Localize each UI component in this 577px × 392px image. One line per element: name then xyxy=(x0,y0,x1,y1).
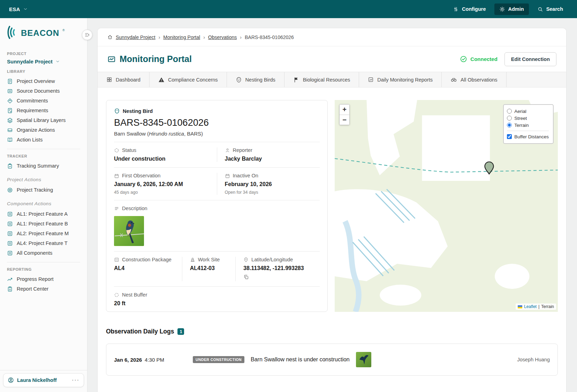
tab-compliance-concerns[interactable]: Compliance Concerns xyxy=(150,72,227,87)
dashboard-icon xyxy=(106,77,112,83)
sidebar-item-al4-feature-t[interactable]: AL4: Project Feature T xyxy=(7,238,80,248)
field-label: Description xyxy=(122,206,147,211)
beacon-logo-icon xyxy=(7,25,18,41)
street-radio[interactable] xyxy=(507,116,512,121)
layer-option-terrain[interactable]: Terrain xyxy=(507,122,549,129)
inactive-on-note: Open for 34 days xyxy=(225,190,320,195)
requirements-icon xyxy=(7,108,13,114)
zoom-out-button[interactable]: − xyxy=(340,115,349,125)
tab-label: All Observations xyxy=(461,77,498,83)
tab-all-observations[interactable]: All Observations xyxy=(442,72,507,87)
log-status-badge: UNDER CONSTRUCTION xyxy=(193,356,244,363)
inactive-on-value: February 10, 2026 xyxy=(225,181,320,187)
leaflet-link[interactable]: Leaflet xyxy=(524,304,537,309)
sidebar-divider xyxy=(7,262,80,262)
sidebar-item-project-tracking[interactable]: Project Tracking xyxy=(7,185,80,195)
library-section-label: LIBRARY xyxy=(7,69,80,74)
tracker-section-label: TRACKER xyxy=(7,154,80,158)
lat-long-field: Latitude/Longitude 38.113482, -121.99328… xyxy=(235,257,320,281)
chevron-down-icon xyxy=(55,59,60,64)
reporting-section-label: REPORTING xyxy=(7,267,80,271)
overlay-option-buffer-distances[interactable]: Buffer Distances xyxy=(507,133,549,140)
topbar: ESA Configure Admin Search xyxy=(0,0,577,18)
sidebar-item-progress-report[interactable]: Progress Report xyxy=(7,274,80,284)
status-ring-icon xyxy=(114,148,119,153)
sidebar-item-label: AL1: Project Feature B xyxy=(17,221,68,226)
log-date: Jan 6, 2026 xyxy=(114,357,142,363)
main-area: Sunnydale Project › Monitoring Portal › … xyxy=(88,18,577,392)
tab-label: Dashboard xyxy=(116,77,141,83)
layer-label: Street xyxy=(514,116,527,121)
org-switcher[interactable]: ESA xyxy=(9,6,28,12)
sidebar-item-al1-feature-a[interactable]: AL1: Project Feature A xyxy=(7,209,80,219)
observation-photo[interactable] xyxy=(114,216,144,246)
log-entry[interactable]: Jan 6, 20264:30 PM UNDER CONSTRUCTION Ba… xyxy=(106,344,558,376)
layer-option-aerial[interactable]: Aerial xyxy=(507,108,549,115)
sidebar-item-action-lists[interactable]: Action Lists xyxy=(7,135,80,145)
terrain-radio[interactable] xyxy=(507,123,512,128)
breadcrumb-separator: › xyxy=(203,34,205,40)
observation-card: Nesting Bird BARS-8345-01062026 Barn Swa… xyxy=(106,100,328,312)
sidebar-item-label: Tracking Summary xyxy=(17,163,59,169)
calendar-icon xyxy=(114,173,119,178)
sidebar-item-commitments[interactable]: Commitments xyxy=(7,96,80,106)
sidebar-item-all-components[interactable]: All Components xyxy=(7,248,80,258)
subtitle-suffix: , BARS) xyxy=(184,131,203,137)
sidebar-item-organize-actions[interactable]: Organize Actions xyxy=(7,125,80,135)
app-root: ESA Configure Admin Search xyxy=(0,0,577,392)
log-author: Joseph Huang xyxy=(517,357,550,362)
status-reporter-row: Status Under construction Reporter Jacky… xyxy=(114,147,320,162)
buffer-distances-checkbox[interactable] xyxy=(507,134,512,139)
layer-option-street[interactable]: Street xyxy=(507,115,549,122)
breadcrumb-link[interactable]: Sunnydale Project xyxy=(116,34,155,40)
search-icon xyxy=(537,6,543,12)
edit-connection-button[interactable]: Edit Connection xyxy=(504,52,556,66)
sidebar-item-tracking-summary[interactable]: Tracking Summary xyxy=(7,161,80,171)
species-name: Hirundo rustica xyxy=(149,131,184,137)
organize-actions-icon xyxy=(7,127,13,133)
sidebar-item-label: Spatial Library Layers xyxy=(17,117,66,123)
sidebar-item-source-documents[interactable]: Source Documents xyxy=(7,86,80,96)
log-photo-thumbnail[interactable] xyxy=(356,352,371,367)
project-selector[interactable]: Sunnydale Project xyxy=(7,59,80,64)
field-label: Nest Buffer xyxy=(122,292,147,298)
user-chip[interactable]: Laura Nickelhoff ··· xyxy=(3,373,84,387)
tab-biological-resources[interactable]: Biological Resources xyxy=(284,72,359,87)
sidebar-item-project-overview[interactable]: Project Overview xyxy=(7,76,80,86)
configure-button[interactable]: Configure xyxy=(448,3,491,15)
project-name: Sunnydale Project xyxy=(7,59,53,64)
copy-icon[interactable] xyxy=(243,274,249,280)
user-menu-button[interactable]: ··· xyxy=(72,377,79,383)
sidebar-item-al2-feature-m[interactable]: AL2: Project Feature M xyxy=(7,229,80,238)
admin-button[interactable]: Admin xyxy=(494,3,529,15)
lat-long-value: 38.113482, -121.993283 xyxy=(243,265,320,271)
zoom-in-button[interactable]: + xyxy=(340,105,349,115)
sidebar-item-spatial-library-layers[interactable]: Spatial Library Layers xyxy=(7,115,80,125)
breadcrumb-link[interactable]: Monitoring Portal xyxy=(163,34,200,40)
sidebar-collapse-button[interactable] xyxy=(82,30,92,40)
sidebar-item-report-center[interactable]: Report Center xyxy=(7,284,80,294)
sidebar-item-al1-feature-b[interactable]: AL1: Project Feature B xyxy=(7,219,80,229)
first-observation-note: 45 days ago xyxy=(114,190,209,195)
tab-dashboard[interactable]: Dashboard xyxy=(98,72,150,87)
search-button[interactable]: Search xyxy=(532,3,568,15)
map[interactable]: + − Aerial Street xyxy=(335,100,558,312)
aerial-radio[interactable] xyxy=(507,109,512,114)
status-field: Status Under construction xyxy=(114,147,217,162)
component-icon xyxy=(7,221,13,227)
card-divider xyxy=(114,200,320,200)
card-divider xyxy=(114,286,320,287)
sidebar-item-label: Progress Report xyxy=(17,276,54,282)
reporter-value: Jacky Barclay xyxy=(225,156,320,162)
tab-nesting-birds[interactable]: Nesting Birds xyxy=(227,72,284,87)
observation-map-pin[interactable] xyxy=(484,161,494,175)
sidebar-item-label: Action Lists xyxy=(17,137,43,143)
card-divider xyxy=(114,142,320,142)
observation-type-label: Nesting Bird xyxy=(123,108,153,114)
topbar-actions: Configure Admin Search xyxy=(448,3,568,15)
tab-daily-monitoring-reports[interactable]: Daily Monitoring Reports xyxy=(359,72,442,87)
sidebar-item-requirements[interactable]: Requirements xyxy=(7,106,80,115)
description-field: Description xyxy=(114,206,320,246)
dashed-circle-icon xyxy=(114,292,119,298)
breadcrumb-link[interactable]: Observations xyxy=(208,34,237,40)
